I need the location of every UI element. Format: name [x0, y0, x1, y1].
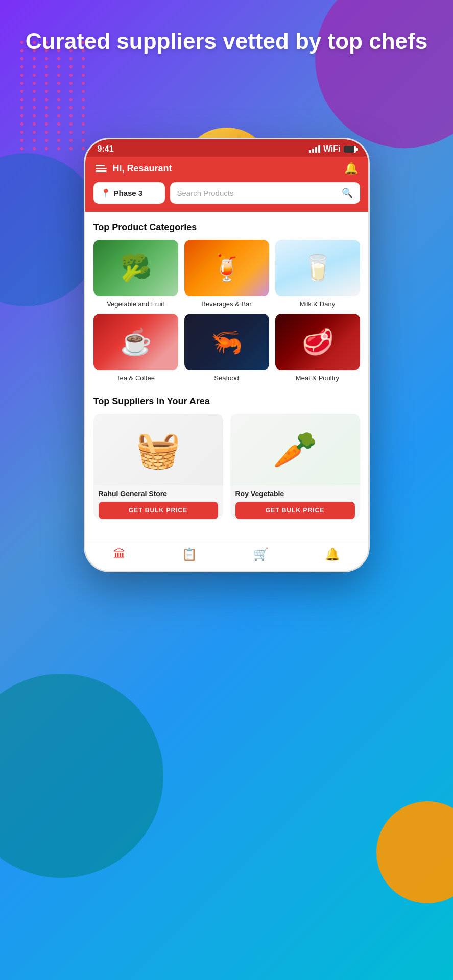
app-header: Hi, Resaurant 🔔	[85, 157, 368, 182]
nav-item-orders[interactable]: 📋	[174, 545, 205, 564]
search-placeholder-text: Search Products	[177, 189, 338, 198]
suppliers-title: Top Suppliers In Your Area	[93, 396, 360, 407]
bulk-price-button-rahul[interactable]: GET BULK PRICE	[99, 502, 218, 519]
supplier-img-roy: 🥕	[230, 414, 360, 485]
headline-text: Curated suppliers vetted by top chefs	[0, 28, 453, 55]
profile-icon: 🔔	[325, 547, 340, 561]
category-card-seafood[interactable]: 🦐 Seafood	[184, 314, 269, 382]
bg-shape-purple	[315, 0, 453, 148]
categories-title: Top Product Categories	[93, 222, 360, 233]
category-label-seafood: Seafood	[214, 374, 239, 382]
ham-line-2	[96, 168, 107, 169]
category-img-tea: ☕	[93, 314, 178, 370]
category-card-beverages[interactable]: 🍹 Beverages & Bar	[184, 240, 269, 308]
category-img-seafood: 🦐	[184, 314, 269, 370]
category-img-meat: 🥩	[275, 314, 360, 370]
location-text: Phase 3	[114, 189, 143, 198]
supplier-name-roy: Roy Vegetable	[235, 489, 355, 498]
supplier-img-rahul: 🧺	[93, 414, 223, 485]
pin-icon: 📍	[101, 188, 111, 198]
search-icon: 🔍	[342, 187, 353, 199]
home-icon: 🏛	[113, 547, 126, 561]
category-label-tea: Tea & Coffee	[116, 374, 155, 382]
orders-icon: 📋	[182, 547, 197, 561]
main-content: Top Product Categories 🥦 Vegetable and F…	[85, 212, 368, 540]
nav-item-home[interactable]: 🏛	[105, 545, 134, 564]
bottom-nav: 🏛 📋 🛒 🔔	[85, 540, 368, 571]
bg-shape-orange	[376, 801, 453, 903]
signal-bar-4	[318, 145, 320, 153]
category-label-beverages: Beverages & Bar	[201, 300, 251, 308]
category-img-vegetables: 🥦	[93, 240, 178, 296]
categories-section: Top Product Categories 🥦 Vegetable and F…	[93, 222, 360, 382]
signal-bar-2	[312, 149, 314, 153]
phone-wrapper: 9:41 WiFi	[84, 138, 370, 572]
ham-line-3	[96, 170, 107, 172]
supplier-name-rahul: Rahul General Store	[99, 489, 218, 498]
category-label-vegetables: Vegetable and Fruit	[107, 300, 164, 308]
nav-item-profile[interactable]: 🔔	[317, 545, 348, 564]
wifi-icon: WiFi	[323, 144, 341, 154]
header-greeting: Hi, Resaurant	[113, 163, 172, 174]
search-row: 📍 Phase 3 Search Products 🔍	[85, 182, 368, 212]
suppliers-grid: 🧺 Rahul General Store GET BULK PRICE 🥕 R…	[93, 414, 360, 519]
cart-icon: 🛒	[253, 547, 269, 561]
phone: 9:41 WiFi	[84, 138, 370, 572]
supplier-card-rahul[interactable]: 🧺 Rahul General Store GET BULK PRICE	[93, 414, 223, 519]
category-card-meat[interactable]: 🥩 Meat & Poultry	[275, 314, 360, 382]
signal-bar-1	[309, 150, 311, 153]
bg-dots: document.currentScript.insertAdjacentHTM…	[20, 41, 82, 184]
status-bar: 9:41 WiFi	[85, 139, 368, 157]
bg-shape-teal	[0, 674, 163, 878]
category-label-meat: Meat & Poultry	[296, 374, 339, 382]
status-time: 9:41	[98, 144, 114, 154]
categories-grid: 🥦 Vegetable and Fruit 🍹 Beverages & Bar …	[93, 240, 360, 382]
supplier-info-roy: Roy Vegetable GET BULK PRICE	[230, 485, 360, 519]
battery-icon	[344, 146, 356, 153]
search-bar[interactable]: Search Products 🔍	[170, 182, 360, 204]
category-card-dairy[interactable]: 🥛 Milk & Dairy	[275, 240, 360, 308]
hamburger-menu[interactable]	[96, 165, 107, 172]
ham-line-1	[96, 165, 105, 166]
header-left: Hi, Resaurant	[96, 163, 172, 174]
status-icons: WiFi	[309, 144, 356, 154]
battery-fill	[344, 146, 355, 153]
category-card-vegetables[interactable]: 🥦 Vegetable and Fruit	[93, 240, 178, 308]
bulk-price-button-roy[interactable]: GET BULK PRICE	[235, 502, 355, 519]
category-label-dairy: Milk & Dairy	[300, 300, 335, 308]
supplier-card-roy[interactable]: 🥕 Roy Vegetable GET BULK PRICE	[230, 414, 360, 519]
signal-bars	[309, 145, 320, 153]
signal-bar-3	[315, 147, 317, 153]
headline: Curated suppliers vetted by top chefs	[0, 28, 453, 55]
category-img-beverages: 🍹	[184, 240, 269, 296]
supplier-info-rahul: Rahul General Store GET BULK PRICE	[93, 485, 223, 519]
suppliers-section: Top Suppliers In Your Area 🧺 Rahul Gener…	[93, 396, 360, 519]
nav-item-cart[interactable]: 🛒	[245, 545, 277, 564]
bell-icon[interactable]: 🔔	[344, 162, 358, 175]
location-pill[interactable]: 📍 Phase 3	[93, 182, 165, 204]
category-card-tea[interactable]: ☕ Tea & Coffee	[93, 314, 178, 382]
category-img-dairy: 🥛	[275, 240, 360, 296]
